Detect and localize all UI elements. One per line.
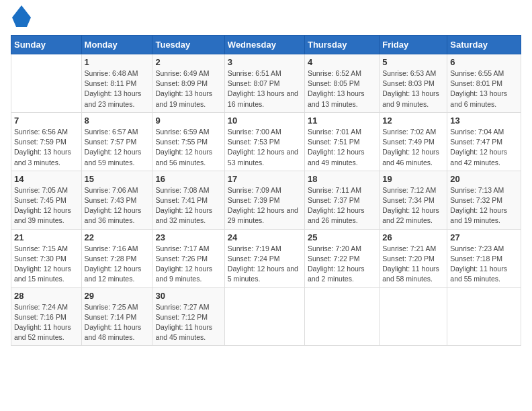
day-number: 8 bbox=[85, 116, 150, 126]
calendar-cell bbox=[380, 287, 447, 346]
day-number: 21 bbox=[14, 232, 79, 242]
day-detail: Sunrise: 7:13 AMSunset: 7:32 PMDaylight:… bbox=[450, 185, 518, 226]
day-detail: Sunrise: 7:21 AMSunset: 7:20 PMDaylight:… bbox=[382, 244, 444, 285]
calendar-cell: 4Sunrise: 6:52 AMSunset: 8:05 PMDaylight… bbox=[304, 54, 379, 113]
calendar-cell bbox=[304, 287, 379, 346]
calendar-cell: 12Sunrise: 7:02 AMSunset: 7:49 PMDayligh… bbox=[380, 112, 447, 171]
day-detail: Sunrise: 6:56 AMSunset: 7:59 PMDaylight:… bbox=[14, 127, 79, 168]
day-detail: Sunrise: 7:00 AMSunset: 7:53 PMDaylight:… bbox=[228, 127, 302, 168]
calendar-cell: 28Sunrise: 7:24 AMSunset: 7:16 PMDayligh… bbox=[11, 287, 82, 346]
day-number: 7 bbox=[14, 116, 79, 126]
calendar-cell bbox=[447, 287, 521, 346]
calendar-cell: 23Sunrise: 7:17 AMSunset: 7:26 PMDayligh… bbox=[152, 229, 224, 287]
day-number: 26 bbox=[382, 232, 444, 242]
logo-arrow-icon bbox=[12, 5, 31, 27]
day-detail: Sunrise: 6:55 AMSunset: 8:01 PMDaylight:… bbox=[450, 68, 518, 109]
logo bbox=[11, 11, 31, 27]
calendar-cell: 8Sunrise: 6:57 AMSunset: 7:57 PMDaylight… bbox=[81, 112, 152, 171]
calendar-cell: 19Sunrise: 7:12 AMSunset: 7:34 PMDayligh… bbox=[380, 171, 447, 229]
weekday-header: Sunday bbox=[11, 36, 82, 54]
day-detail: Sunrise: 7:27 AMSunset: 7:12 PMDaylight:… bbox=[155, 302, 221, 343]
day-number: 27 bbox=[450, 232, 518, 242]
day-number: 4 bbox=[308, 57, 376, 67]
day-number: 6 bbox=[450, 57, 518, 67]
day-number: 15 bbox=[85, 174, 150, 184]
calendar-cell: 16Sunrise: 7:08 AMSunset: 7:41 PMDayligh… bbox=[152, 171, 224, 229]
day-number: 11 bbox=[308, 116, 376, 126]
day-number: 30 bbox=[155, 291, 221, 301]
day-detail: Sunrise: 7:09 AMSunset: 7:39 PMDaylight:… bbox=[228, 185, 302, 226]
calendar-cell: 26Sunrise: 7:21 AMSunset: 7:20 PMDayligh… bbox=[380, 229, 447, 287]
calendar-cell: 14Sunrise: 7:05 AMSunset: 7:45 PMDayligh… bbox=[11, 171, 82, 229]
calendar-header-row: SundayMondayTuesdayWednesdayThursdayFrid… bbox=[11, 36, 521, 54]
day-number: 16 bbox=[155, 174, 221, 184]
weekday-header: Friday bbox=[380, 36, 447, 54]
calendar-cell bbox=[224, 287, 304, 346]
calendar-table: SundayMondayTuesdayWednesdayThursdayFrid… bbox=[11, 35, 521, 346]
calendar-cell: 21Sunrise: 7:15 AMSunset: 7:30 PMDayligh… bbox=[11, 229, 82, 287]
calendar-week-row: 28Sunrise: 7:24 AMSunset: 7:16 PMDayligh… bbox=[11, 287, 521, 346]
calendar-cell: 25Sunrise: 7:20 AMSunset: 7:22 PMDayligh… bbox=[304, 229, 379, 287]
day-detail: Sunrise: 7:20 AMSunset: 7:22 PMDaylight:… bbox=[308, 244, 376, 285]
weekday-header: Thursday bbox=[304, 36, 379, 54]
calendar-cell: 10Sunrise: 7:00 AMSunset: 7:53 PMDayligh… bbox=[224, 112, 304, 171]
day-detail: Sunrise: 7:16 AMSunset: 7:28 PMDaylight:… bbox=[85, 244, 150, 285]
calendar-cell: 5Sunrise: 6:53 AMSunset: 8:03 PMDaylight… bbox=[380, 54, 447, 113]
day-detail: Sunrise: 7:15 AMSunset: 7:30 PMDaylight:… bbox=[14, 244, 79, 285]
day-number: 1 bbox=[85, 57, 150, 67]
day-number: 18 bbox=[308, 174, 376, 184]
day-number: 25 bbox=[308, 232, 376, 242]
day-detail: Sunrise: 7:01 AMSunset: 7:51 PMDaylight:… bbox=[308, 127, 376, 168]
day-number: 10 bbox=[228, 116, 302, 126]
calendar-cell: 30Sunrise: 7:27 AMSunset: 7:12 PMDayligh… bbox=[152, 287, 224, 346]
calendar-cell: 1Sunrise: 6:48 AMSunset: 8:11 PMDaylight… bbox=[81, 54, 152, 113]
day-number: 13 bbox=[450, 116, 518, 126]
day-number: 23 bbox=[155, 232, 221, 242]
day-detail: Sunrise: 6:49 AMSunset: 8:09 PMDaylight:… bbox=[155, 68, 221, 109]
calendar-cell: 2Sunrise: 6:49 AMSunset: 8:09 PMDaylight… bbox=[152, 54, 224, 113]
page-header bbox=[11, 11, 521, 27]
calendar-cell bbox=[11, 54, 82, 113]
calendar-cell: 7Sunrise: 6:56 AMSunset: 7:59 PMDaylight… bbox=[11, 112, 82, 171]
day-number: 22 bbox=[85, 232, 150, 242]
calendar-body: 1Sunrise: 6:48 AMSunset: 8:11 PMDaylight… bbox=[11, 54, 521, 346]
day-number: 5 bbox=[382, 57, 444, 67]
calendar-cell: 27Sunrise: 7:23 AMSunset: 7:18 PMDayligh… bbox=[447, 229, 521, 287]
day-detail: Sunrise: 7:02 AMSunset: 7:49 PMDaylight:… bbox=[382, 127, 444, 168]
calendar-cell: 9Sunrise: 6:59 AMSunset: 7:55 PMDaylight… bbox=[152, 112, 224, 171]
day-detail: Sunrise: 7:06 AMSunset: 7:43 PMDaylight:… bbox=[85, 185, 150, 226]
day-detail: Sunrise: 6:52 AMSunset: 8:05 PMDaylight:… bbox=[308, 68, 376, 109]
day-number: 19 bbox=[382, 174, 444, 184]
svg-marker-0 bbox=[12, 5, 31, 27]
day-detail: Sunrise: 7:23 AMSunset: 7:18 PMDaylight:… bbox=[450, 244, 518, 285]
calendar-week-row: 14Sunrise: 7:05 AMSunset: 7:45 PMDayligh… bbox=[11, 171, 521, 229]
day-number: 28 bbox=[14, 291, 79, 301]
calendar-week-row: 21Sunrise: 7:15 AMSunset: 7:30 PMDayligh… bbox=[11, 229, 521, 287]
day-detail: Sunrise: 7:19 AMSunset: 7:24 PMDaylight:… bbox=[228, 244, 302, 285]
day-detail: Sunrise: 6:51 AMSunset: 8:07 PMDaylight:… bbox=[228, 68, 302, 109]
day-number: 24 bbox=[228, 232, 302, 242]
day-number: 14 bbox=[14, 174, 79, 184]
day-detail: Sunrise: 7:08 AMSunset: 7:41 PMDaylight:… bbox=[155, 185, 221, 226]
weekday-header: Wednesday bbox=[224, 36, 304, 54]
calendar-cell: 22Sunrise: 7:16 AMSunset: 7:28 PMDayligh… bbox=[81, 229, 152, 287]
calendar-cell: 13Sunrise: 7:04 AMSunset: 7:47 PMDayligh… bbox=[447, 112, 521, 171]
calendar-cell: 3Sunrise: 6:51 AMSunset: 8:07 PMDaylight… bbox=[224, 54, 304, 113]
day-number: 12 bbox=[382, 116, 444, 126]
calendar-cell: 29Sunrise: 7:25 AMSunset: 7:14 PMDayligh… bbox=[81, 287, 152, 346]
day-detail: Sunrise: 7:17 AMSunset: 7:26 PMDaylight:… bbox=[155, 244, 221, 285]
calendar-week-row: 1Sunrise: 6:48 AMSunset: 8:11 PMDaylight… bbox=[11, 54, 521, 113]
calendar-week-row: 7Sunrise: 6:56 AMSunset: 7:59 PMDaylight… bbox=[11, 112, 521, 171]
day-number: 9 bbox=[155, 116, 221, 126]
day-detail: Sunrise: 7:12 AMSunset: 7:34 PMDaylight:… bbox=[382, 185, 444, 226]
day-number: 2 bbox=[155, 57, 221, 67]
weekday-header: Monday bbox=[81, 36, 152, 54]
calendar-cell: 17Sunrise: 7:09 AMSunset: 7:39 PMDayligh… bbox=[224, 171, 304, 229]
day-number: 29 bbox=[85, 291, 150, 301]
calendar-cell: 15Sunrise: 7:06 AMSunset: 7:43 PMDayligh… bbox=[81, 171, 152, 229]
calendar-cell: 18Sunrise: 7:11 AMSunset: 7:37 PMDayligh… bbox=[304, 171, 379, 229]
day-number: 20 bbox=[450, 174, 518, 184]
calendar-cell: 24Sunrise: 7:19 AMSunset: 7:24 PMDayligh… bbox=[224, 229, 304, 287]
day-detail: Sunrise: 7:11 AMSunset: 7:37 PMDaylight:… bbox=[308, 185, 376, 226]
day-detail: Sunrise: 7:05 AMSunset: 7:45 PMDaylight:… bbox=[14, 185, 79, 226]
